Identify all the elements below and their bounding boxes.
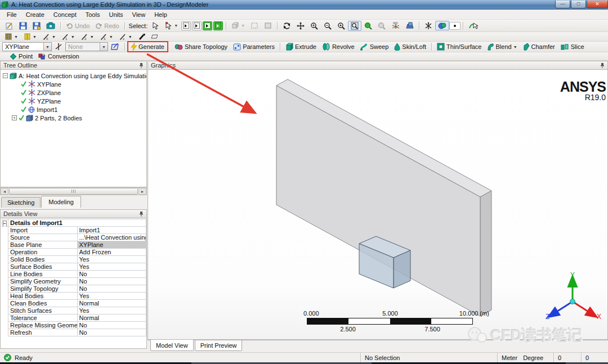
magnifier-window-icon[interactable] [334,21,348,31]
table-row[interactable]: RefreshNo [2,329,146,336]
thin-surface-button[interactable]: Thin/Surface [434,42,484,52]
new-sketch-icon[interactable] [2,21,16,31]
pin-icon[interactable] [139,211,144,217]
zoom-icon[interactable] [321,21,334,31]
tree-item-xyplane[interactable]: XYPlane [1,80,146,88]
geometry-3d-view[interactable] [148,70,608,340]
table-row[interactable]: Simplify GeometryNo [2,278,146,285]
select-mode-dropdown[interactable]: ▼ [162,21,181,31]
filter-faces-icon[interactable] [203,21,212,30]
vertex-display-icon[interactable] [449,22,461,30]
look-at-icon[interactable] [403,21,417,30]
table-row[interactable]: Clean BodiesNormal [2,300,146,307]
table-row[interactable]: Base PlaneXYPlane [2,241,146,249]
table-row[interactable]: Heal BodiesYes [2,293,146,300]
tree-item-zxplane[interactable]: ZXPlane [1,88,146,97]
group-collapse-icon[interactable]: − [3,221,7,227]
menu-view[interactable]: View [128,10,150,19]
collapse-icon[interactable]: − [3,73,8,78]
sweep-button[interactable]: Sweep [357,42,392,52]
table-row[interactable]: OperationAdd Frozen [2,249,146,256]
filter-edges-icon[interactable] [192,21,202,30]
iso-view-icon[interactable]: ISO [388,20,403,31]
sketch-select-combo[interactable]: None▼ [65,42,108,51]
scroll-right-icon[interactable]: ► [138,188,146,195]
revolve-button[interactable]: Revolve [319,42,357,52]
menu-help[interactable]: Help [150,10,172,19]
shaded-view-dropdown[interactable] [435,21,449,30]
table-row[interactable]: Solid BodiesYes [2,256,146,263]
scroll-left-icon[interactable]: ◄ [1,188,8,195]
menu-file[interactable]: File [2,10,21,19]
undo-button[interactable]: Undo [63,21,92,30]
close-button[interactable]: ✕ [587,1,608,8]
section-display-dropdown[interactable]: ▼ [21,32,39,41]
tab-print-preview[interactable]: Print Preview [195,340,243,351]
select-lasso-icon[interactable] [261,21,275,30]
menu-units[interactable]: Units [104,10,127,19]
graphics-viewport[interactable] [147,70,608,340]
tab-modeling[interactable]: Modeling [41,196,81,208]
pan-icon[interactable] [294,21,307,31]
pencil-3-dropdown[interactable]: 3▼ [97,32,116,42]
plane-normal-icon[interactable] [422,21,435,31]
box-zoom-icon[interactable] [348,21,361,31]
table-row[interactable]: Replace Missing GeometryNo [2,322,146,329]
edge-coloring-icon[interactable] [466,21,481,30]
plane-select-combo[interactable]: XYPlane▼ [2,42,52,51]
chamfer-button[interactable]: Chamfer [520,42,558,52]
minimize-button[interactable]: — [555,1,570,8]
tree-item-parts[interactable]: + 2 Parts, 2 Bodies [1,114,146,122]
tree-root-row[interactable]: − A: Heat Convection using Large Eddy Si… [1,71,146,80]
filter-bodies-icon[interactable] [213,21,223,30]
direction-arrow-icon[interactable] [135,32,148,41]
pencil-0-dropdown[interactable]: 0▼ [39,32,59,42]
zoom-in-icon[interactable] [307,21,321,31]
expand-icon[interactable]: + [12,115,17,120]
select-box-icon[interactable] [248,21,261,30]
table-row[interactable]: Surface BodiesYes [2,263,146,271]
extrude-button[interactable]: Extrude [283,42,319,52]
tree-item-yzplane[interactable]: YZPlane [1,97,146,105]
screenshot-icon[interactable] [43,21,58,30]
pin-icon[interactable] [139,62,144,68]
frame-outline-icon[interactable] [148,33,161,41]
table-row[interactable]: Source...\Heat Convection using Large Ed [2,234,146,241]
tab-sketching[interactable]: Sketching [1,197,41,208]
pencil-2-dropdown[interactable]: 2▼ [78,32,97,42]
slice-button[interactable]: Slice [558,42,587,52]
table-row[interactable]: ToleranceNormal [2,314,146,322]
pencil-1-dropdown[interactable]: 1▼ [59,32,78,42]
tab-model-view[interactable]: Model View [150,340,194,351]
menu-tools[interactable]: Tools [81,10,105,19]
share-topology-button[interactable]: Share Topology [172,42,230,52]
save-icon[interactable] [16,21,30,31]
menu-concept[interactable]: Concept [49,10,81,19]
new-plane-icon[interactable] [52,42,65,52]
redo-button[interactable]: Redo [92,21,122,30]
save-as-icon[interactable] [30,21,43,31]
point-button[interactable]: Point [7,52,35,61]
table-row[interactable]: Stitch SurfacesYes [2,307,146,314]
orientation-triad[interactable]: Y X Z [543,272,602,328]
parameters-button[interactable]: Parameters [230,42,278,52]
filter-vertices-icon[interactable] [181,21,191,30]
new-sketch-button-icon[interactable] [108,42,122,52]
zoom-prev-icon[interactable] [375,21,388,31]
conversion-button[interactable]: Conversion [35,52,82,61]
pencil-x-dropdown[interactable]: x▼ [116,32,135,42]
scroll-thumb[interactable] [9,188,138,195]
pin-icon[interactable] [600,62,605,68]
rotate-icon[interactable] [280,21,294,31]
skin-loft-button[interactable]: Skin/Loft [391,42,429,52]
adjacency-dropdown[interactable]: ▼ [229,21,248,30]
blend-dropdown[interactable]: Blend▼ [484,42,520,52]
table-row[interactable]: ImportImport1 [2,227,146,234]
tree-horizontal-scrollbar[interactable]: ◄ ► [0,187,147,195]
table-row[interactable]: Line BodiesNo [2,271,146,278]
pattern-fill-dropdown[interactable]: ▼ [2,32,21,41]
tree-item-import1[interactable]: Import1 [1,105,146,114]
zoom-fit-icon[interactable] [361,21,375,31]
menu-create[interactable]: Create [21,10,49,19]
generate-button[interactable]: Generate [127,41,168,52]
